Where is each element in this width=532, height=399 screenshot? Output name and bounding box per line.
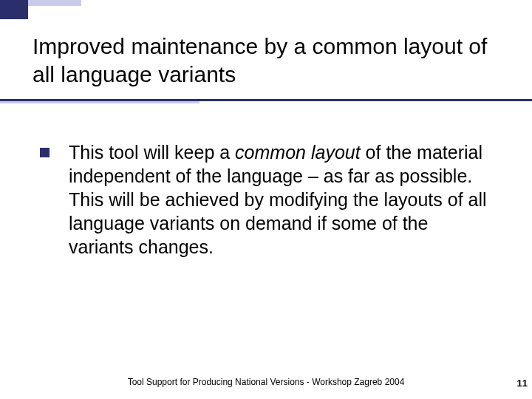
title-block: Improved maintenance by a common layout … (33, 33, 488, 88)
accent-bar (0, 0, 81, 19)
divider-accent (0, 101, 200, 103)
accent-light-block (28, 0, 81, 6)
bullet-text-emph: common layout (235, 142, 361, 163)
slide-title: Improved maintenance by a common layout … (33, 33, 488, 88)
page-number: 11 (517, 378, 528, 389)
content-area: This tool will keep a common layout of t… (40, 140, 488, 259)
footer-text: Tool Support for Producing National Vers… (0, 377, 532, 387)
bullet-text-pre: This tool will keep a (69, 142, 235, 163)
accent-dark-block (0, 0, 28, 19)
square-bullet-icon (40, 148, 50, 157)
bullet-text: This tool will keep a common layout of t… (69, 140, 488, 259)
